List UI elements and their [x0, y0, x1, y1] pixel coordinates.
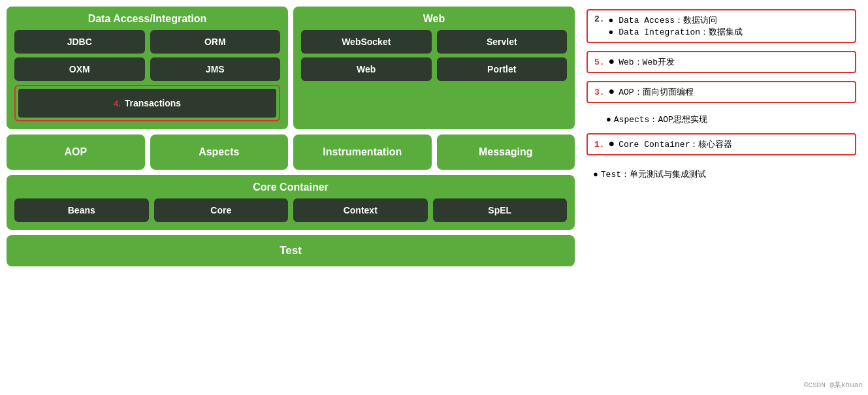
note-test-text: Test：单元测试与集成测试 [601, 168, 706, 180]
note-2-line1: Data Access：数据访问 [619, 16, 717, 25]
aop-row: AOP Aspects Instrumentation Messaging [7, 134, 575, 170]
core-container-section: Core Container Beans Core Context SpEL [7, 175, 575, 230]
da-row-1: JDBC ORM [14, 30, 280, 54]
spel-box: SpEL [433, 198, 568, 222]
note-5-num: 5. [594, 57, 605, 67]
diagram-panel: Data Access/Integration JDBC ORM OXM JMS… [7, 7, 575, 266]
note-test-entry: ● Test：单元测试与集成测试 [587, 166, 856, 183]
messaging-box: Messaging [437, 134, 575, 170]
core-row: Beans Core Context SpEL [14, 198, 567, 222]
note-3b-entry: ● Aspects：AOP思想实现 [587, 111, 856, 128]
note-1-box: 1. ● Core Container：核心容器 [587, 133, 856, 155]
transactions-box: 4.Transactions [18, 89, 276, 118]
note-3b-text: Aspects：AOP思想实现 [614, 114, 707, 125]
top-row: Data Access/Integration JDBC ORM OXM JMS… [7, 7, 575, 129]
note-3-text: AOP：面向切面编程 [619, 86, 693, 98]
note-2-box: 2. ● Data Access：数据访问 ● Data Integration… [587, 9, 856, 43]
websocket-box: WebSocket [301, 30, 432, 54]
note-1-text: Core Container：核心容器 [619, 138, 732, 150]
note-5-text: Web：Web开发 [619, 56, 675, 68]
transactions-text: Transactions [125, 98, 181, 108]
core-box: Core [154, 198, 289, 222]
test-section: Test [7, 235, 575, 266]
watermark: ©CSDN @某khuan [804, 380, 863, 390]
note-1-num: 1. [594, 140, 605, 150]
note-5-box: 5. ● Web：Web开发 [587, 51, 856, 73]
transactions-wrapper: 4.Transactions [14, 85, 280, 121]
data-access-section: Data Access/Integration JDBC ORM OXM JMS… [7, 7, 288, 129]
right-panel: 2. ● Data Access：数据访问 ● Data Integration… [581, 7, 861, 185]
bullet-1b: ● [609, 138, 615, 150]
note-3-num: 3. [594, 87, 605, 97]
aop-box: AOP [7, 134, 145, 170]
web-title: Web [301, 13, 567, 25]
note-2-line2: Data Integration：数据集成 [619, 27, 743, 37]
beans-box: Beans [14, 198, 149, 222]
web-section: Web WebSocket Servlet Web Portlet [293, 7, 575, 129]
web-row-2: Web Portlet [301, 57, 567, 81]
note-2-num: 2. [594, 14, 605, 24]
bullet-5: ● [609, 56, 615, 68]
jms-box: JMS [150, 57, 281, 81]
bullet-3: ● [609, 86, 615, 98]
note-3-box: 3. ● AOP：面向切面编程 [587, 81, 856, 103]
oxm-box: OXM [14, 57, 145, 81]
bullet-2: ● [609, 27, 614, 37]
orm-box: ORM [150, 30, 281, 54]
transactions-row: 4.Transactions [14, 85, 280, 121]
transactions-label: 4. [114, 99, 121, 108]
context-box: Context [293, 198, 428, 222]
bullet-test: ● [593, 170, 598, 180]
portlet-box: Portlet [437, 57, 568, 81]
aspects-box: Aspects [150, 134, 289, 170]
core-container-title: Core Container [14, 182, 567, 193]
jdbc-box: JDBC [14, 30, 145, 54]
instrumentation-box: Instrumentation [293, 134, 432, 170]
test-label: Test [280, 244, 302, 257]
bullet-1: ● [609, 16, 614, 25]
data-access-title: Data Access/Integration [14, 13, 280, 25]
da-row-2: OXM JMS [14, 57, 280, 81]
web-row-1: WebSocket Servlet [301, 30, 567, 54]
web-box: Web [301, 57, 432, 81]
servlet-box: Servlet [437, 30, 568, 54]
bullet-3b: ● [606, 115, 611, 125]
